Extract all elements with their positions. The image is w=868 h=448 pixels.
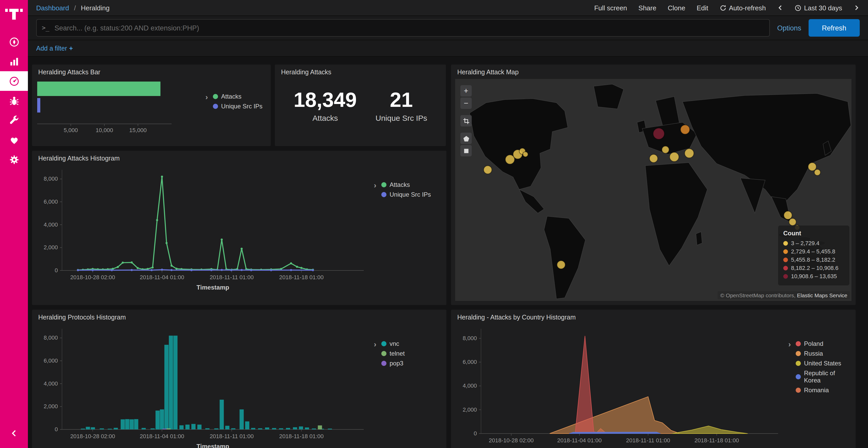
- panel-title[interactable]: Heralding Attacks: [275, 65, 446, 77]
- legend-item[interactable]: Romania: [796, 387, 852, 394]
- chart-legend: › AttacksUnique Src IPs: [203, 93, 262, 112]
- legend-item[interactable]: 10,908.6 – 13,635: [783, 273, 844, 279]
- legend-item[interactable]: Unique Src IPs: [381, 191, 431, 198]
- time-picker-button[interactable]: Last 30 days: [795, 4, 842, 12]
- sidebar-item-devtools[interactable]: [0, 110, 28, 130]
- svg-text:2018-11-11 01:00: 2018-11-11 01:00: [210, 274, 254, 280]
- svg-text:2,000: 2,000: [44, 244, 58, 250]
- legend-color-dot: [381, 351, 386, 356]
- legend-item[interactable]: telnet: [381, 350, 405, 357]
- sidebar-item-honeypot[interactable]: [0, 91, 28, 110]
- legend-label: 3 – 2,729.4: [791, 240, 819, 246]
- legend-items: AttacksUnique Src IPs: [381, 181, 431, 201]
- time-forward-button[interactable]: [854, 5, 860, 11]
- legend-item[interactable]: pop3: [381, 360, 405, 367]
- panel-attacks-metric: Heralding Attacks 18,349 Attacks 21 Uniq…: [275, 65, 446, 146]
- draw-polygon-button[interactable]: [460, 133, 472, 144]
- time-back-button[interactable]: [777, 5, 783, 11]
- refresh-icon: [719, 4, 726, 11]
- panel-attacks-bar: Heralding Attacks Bar 5,00010,00015,000 …: [32, 65, 271, 146]
- panel-title[interactable]: Heralding Protocols Histogram: [32, 310, 446, 322]
- bug-icon: [8, 95, 20, 106]
- sidebar-item-management[interactable]: [0, 150, 28, 169]
- sidebar-item-discover[interactable]: [0, 32, 28, 51]
- polygon-icon: [463, 135, 469, 142]
- draw-rectangle-button[interactable]: [460, 145, 472, 157]
- legend-color-dot: [783, 249, 788, 254]
- elastic-maps-attribution[interactable]: Elastic Maps Service: [797, 292, 847, 298]
- legend-item[interactable]: United States: [796, 360, 852, 367]
- zoom-out-button[interactable]: −: [460, 98, 472, 109]
- zoom-in-button[interactable]: +: [460, 85, 472, 97]
- svg-text:2018-11-04 01:00: 2018-11-04 01:00: [140, 433, 184, 440]
- osm-attribution[interactable]: © OpenStreetMap contributors,: [720, 292, 796, 298]
- legend-item[interactable]: Attacks: [213, 93, 262, 100]
- legend-items: PolandRussiaUnited StatesRepublic of Kor…: [796, 340, 852, 397]
- legend-color-dot: [783, 241, 788, 245]
- svg-text:2018-11-18 01:00: 2018-11-18 01:00: [694, 437, 739, 444]
- legend-label: United States: [804, 360, 841, 367]
- panel-title[interactable]: Heralding - Attacks by Country Histogram: [451, 310, 856, 322]
- search-input[interactable]: [54, 24, 764, 32]
- sidebar-item-monitoring[interactable]: [0, 130, 28, 150]
- add-filter-button[interactable]: Add a filter+: [36, 45, 73, 52]
- panel-title[interactable]: Heralding Attack Map: [451, 65, 856, 77]
- sidebar-item-visualize[interactable]: [0, 51, 28, 71]
- legend-items: AttacksUnique Src IPs: [213, 93, 262, 112]
- fit-bounds-button[interactable]: [460, 115, 472, 127]
- svg-text:4,000: 4,000: [463, 382, 477, 389]
- telekom-logo[interactable]: [5, 4, 23, 24]
- legend-toggle-icon[interactable]: ›: [371, 340, 379, 348]
- legend-item[interactable]: 8,182.2 – 10,908.6: [783, 265, 844, 271]
- plus-icon: +: [69, 45, 73, 52]
- auto-refresh-label: Auto-refresh: [729, 4, 766, 12]
- legend-toggle-icon[interactable]: ›: [785, 340, 794, 348]
- filter-bar: Add a filter+: [28, 40, 868, 57]
- legend-item[interactable]: 3 – 2,729.4: [783, 240, 844, 246]
- telekom-t-icon: [5, 4, 23, 22]
- fullscreen-button[interactable]: Full screen: [594, 4, 627, 12]
- legend-color-dot: [213, 104, 218, 109]
- svg-text:6,000: 6,000: [44, 199, 58, 205]
- clock-icon: [795, 4, 802, 11]
- legend-label: Attacks: [221, 93, 242, 100]
- auto-refresh-button[interactable]: Auto-refresh: [719, 4, 766, 12]
- panel-title[interactable]: Heralding Attacks Bar: [32, 65, 271, 77]
- legend-color-dot: [381, 361, 386, 366]
- breadcrumb-dashboard-link[interactable]: Dashboard: [36, 4, 69, 12]
- legend-item[interactable]: Attacks: [381, 181, 431, 188]
- svg-text:2018-11-04 01:00: 2018-11-04 01:00: [557, 437, 602, 444]
- legend-color-dot: [796, 374, 801, 379]
- add-filter-label: Add a filter: [36, 45, 67, 52]
- sidebar-collapse-button[interactable]: [0, 423, 28, 443]
- query-prompt-icon: >_: [42, 24, 49, 32]
- panel-title[interactable]: Heralding Attacks Histogram: [32, 151, 446, 164]
- share-button[interactable]: Share: [638, 4, 656, 12]
- chevron-left-icon: [777, 5, 783, 11]
- world-map[interactable]: + −: [455, 79, 851, 301]
- legend-item[interactable]: Republic of Korea: [796, 370, 852, 384]
- legend-toggle-icon[interactable]: ›: [203, 93, 211, 101]
- svg-text:2018-11-11 01:00: 2018-11-11 01:00: [210, 433, 254, 440]
- svg-text:8,000: 8,000: [44, 335, 58, 341]
- svg-text:2018-10-28 02:00: 2018-10-28 02:00: [489, 437, 534, 444]
- legend-toggle-icon[interactable]: ›: [371, 181, 379, 189]
- sidebar-item-dashboard[interactable]: [0, 71, 28, 91]
- clone-button[interactable]: Clone: [668, 4, 685, 12]
- edit-button[interactable]: Edit: [697, 4, 708, 12]
- legend-item[interactable]: vnc: [381, 340, 405, 347]
- panel-attacks-histogram: Heralding Attacks Histogram 02,0004,0006…: [32, 151, 446, 305]
- svg-text:8,000: 8,000: [44, 175, 58, 182]
- legend-item[interactable]: Russia: [796, 350, 852, 357]
- legend-item[interactable]: 2,729.4 – 5,455.8: [783, 248, 844, 254]
- legend-color-dot: [381, 341, 386, 346]
- navbar-actions: Full screen Share Clone Edit Auto-refres…: [594, 4, 860, 12]
- legend-item[interactable]: Unique Src IPs: [213, 103, 262, 110]
- legend-color-dot: [796, 388, 801, 393]
- map-legend-title: Count: [783, 230, 844, 237]
- legend-item[interactable]: Poland: [796, 340, 852, 347]
- query-options-link[interactable]: Options: [777, 24, 801, 32]
- refresh-button[interactable]: Refresh: [808, 19, 860, 37]
- legend-color-dot: [783, 274, 788, 278]
- legend-item[interactable]: 5,455.8 – 8,182.2: [783, 256, 844, 263]
